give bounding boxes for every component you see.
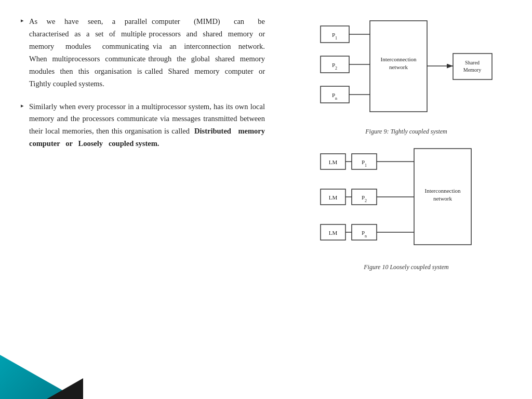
left-panel: ▸ As we have seen, a parallel computer (… — [0, 0, 283, 399]
interconnection-label-d2-line1: Interconnection — [424, 188, 461, 194]
bullet-text-1: As we have seen, a parallel computer (MI… — [29, 16, 265, 90]
diagram2-caption: Figure 10 Loosely coupled system — [364, 263, 449, 271]
lm1-label: LM — [329, 159, 338, 165]
shared-memory-box — [453, 54, 492, 79]
right-panel: P1 P2 Pn Interconnection network Shared … — [283, 0, 532, 399]
interconnection-label-line2: network — [389, 64, 408, 70]
diagram2-wrapper: LM P1 LM P2 LM Pn Interconnection — [291, 143, 522, 271]
diagram2-svg: LM P1 LM P2 LM Pn Interconnection — [310, 143, 502, 260]
lm2-label: LM — [329, 194, 338, 201]
lmn-label: LM — [329, 230, 338, 236]
bullet-text-2: Similarly when every processor in a mult… — [29, 101, 265, 151]
bullet-item-1: ▸ As we have seen, a parallel computer (… — [21, 16, 265, 90]
diagram1-caption: Figure 9: Tightly coupled system — [365, 128, 447, 136]
bold-text: Distributed memory computer or Loosely c… — [29, 127, 265, 148]
bullet-arrow-1: ▸ — [21, 17, 24, 24]
diagram2-svg-container: LM P1 LM P2 LM Pn Interconnection — [310, 143, 502, 260]
diagram1-svg-container: P1 P2 Pn Interconnection network Shared … — [310, 10, 502, 125]
bullet-arrow-2: ▸ — [21, 102, 24, 109]
corner-decoration — [0, 347, 83, 399]
interconnection-label-line1: Interconnection — [380, 56, 417, 62]
shared-memory-label-line2: Memory — [463, 67, 481, 73]
bullet-item-2: ▸ Similarly when every processor in a mu… — [21, 101, 265, 151]
diagram1-wrapper: P1 P2 Pn Interconnection network Shared … — [291, 10, 522, 136]
slide-container: ▸ As we have seen, a parallel computer (… — [0, 0, 532, 399]
diagram1-svg: P1 P2 Pn Interconnection network Shared … — [310, 10, 502, 125]
shared-memory-label-line1: Shared — [465, 60, 480, 65]
interconnection-label-d2-line2: network — [433, 195, 453, 202]
